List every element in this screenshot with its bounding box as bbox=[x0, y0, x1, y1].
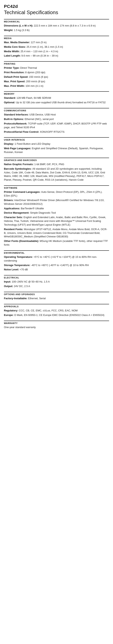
spec-label: Printer Type: bbox=[4, 66, 20, 69]
spec-value: 150 mm/s (6 ips) bbox=[29, 76, 48, 78]
spec-row: Input: 100–240V AC @ 50–60 Hz, 1.5 A bbox=[4, 280, 109, 284]
spec-label: Built-in Options: bbox=[4, 118, 24, 120]
spec-row: Max. Print Width: 104 mm (4.1 in) bbox=[4, 84, 109, 88]
spec-value: InterDriver Windows® Printer Driver (Mic… bbox=[4, 199, 104, 205]
spec-value: Ethernet, Serial bbox=[28, 297, 46, 300]
spec-label: Input: bbox=[4, 280, 12, 283]
spec-label: Noise Level: bbox=[4, 268, 20, 271]
spec-value: Simple Diagnostic Tool bbox=[30, 211, 56, 214]
spec-label: Storage Temperature: bbox=[4, 264, 31, 267]
spec-label: Regulatory: bbox=[4, 309, 19, 312]
section-media: MEDIAMax. Media Diameter: 127 mm (5 in)M… bbox=[4, 36, 109, 58]
spec-label: Media Core Sizes: bbox=[4, 45, 26, 48]
section-options-upgrades: OPTIONS AND UPGRADESFactory-Installable:… bbox=[4, 292, 109, 300]
spec-label: Standard Interfaces: bbox=[4, 113, 29, 116]
spec-label: Resident Fonts: bbox=[4, 228, 24, 231]
spec-value: One-year standard warranty bbox=[4, 326, 36, 329]
spec-row: Character Sets: English and Extended Lat… bbox=[4, 216, 109, 227]
spec-row: Native Graphic Formats: 1-bit BMP, GIF, … bbox=[4, 162, 109, 166]
section-software: SOFTWAREPrinter Command Languages: Auto-… bbox=[4, 185, 109, 247]
spec-row: Printer Type: Direct Thermal bbox=[4, 66, 109, 70]
spec-label: Media Width: bbox=[4, 50, 20, 53]
spec-row: Media Width: 25.4 mm – 110 mm (1 in – 4.… bbox=[4, 50, 109, 54]
spec-value: 127 mm (5 in) bbox=[31, 41, 46, 44]
spec-row: Barcode Symbologies: All standard 1D and… bbox=[4, 167, 109, 182]
section-communications: COMMUNICATIONSStandard Interfaces: USB D… bbox=[4, 108, 109, 134]
section-header-software: SOFTWARE bbox=[4, 185, 109, 189]
spec-row: Operating Temperature: +5°C to +40°C (+4… bbox=[4, 255, 109, 263]
section-graphics-barcodes: GRAPHICS AND BARCODESNative Graphic Form… bbox=[4, 158, 109, 182]
spec-row: Other Fonts (Downloadable): MSung HK Med… bbox=[4, 239, 109, 247]
spec-value: CCC, CB, CE, EMC, cULus, FCC, CRS, EAC, … bbox=[19, 309, 78, 312]
section-electrical: ELECTRICALInput: 100–240V AC @ 50–60 Hz,… bbox=[4, 275, 109, 288]
spec-row: Max. Media Diameter: 127 mm (5 in) bbox=[4, 41, 109, 44]
section-header-user-interface: USER INTERFACE bbox=[4, 137, 109, 141]
section-header-printing: PRINTING bbox=[4, 61, 109, 65]
spec-value: 25.4 mm – 110 mm (1 in – 4.3 in) bbox=[20, 50, 58, 53]
spec-value: 9.6 mm – 99 cm (0.34 in – 39 in) bbox=[22, 54, 58, 57]
section-header-options-upgrades: OPTIONS AND UPGRADES bbox=[4, 292, 109, 296]
spec-value: BarTender® Ultralite bbox=[21, 207, 44, 210]
spec-value: 1.5 kg (3.3 lb) bbox=[14, 29, 30, 32]
spec-label: Applications: bbox=[4, 207, 21, 210]
spec-row: Resident Fonts: Monotype UFST+WTLE, Anda… bbox=[4, 228, 109, 239]
spec-value: 8 dpmm (203 dpi) bbox=[25, 71, 45, 74]
spec-label: Device Management: bbox=[4, 211, 30, 214]
spec-row: One-year standard warranty bbox=[4, 326, 109, 329]
spec-value: 24V DC, 2.5 A bbox=[14, 285, 30, 288]
spec-row: Protocols/Network: TCP/IP-suite (TCP, UD… bbox=[4, 122, 109, 130]
section-memory: MEMORYStandard: 128 MB Flash, 64 MB SDRA… bbox=[4, 91, 109, 104]
spec-label: Other Fonts (Downloadable): bbox=[4, 240, 40, 242]
section-header-warranty: WARRANTY bbox=[4, 321, 109, 324]
spec-label: Label Length: bbox=[4, 54, 22, 57]
spec-row: Standard: 128 MB Flash, 64 MB SDRAM bbox=[4, 96, 109, 100]
spec-value: 100–240V AC @ 50–60 Hz, 1.5 A bbox=[12, 280, 50, 283]
spec-label: Protocols/Network: bbox=[4, 122, 28, 125]
section-header-graphics-barcodes: GRAPHICS AND BARCODES bbox=[4, 158, 109, 162]
spec-row: Print Resolution: 8 dpmm (203 dpi) bbox=[4, 71, 109, 74]
section-header-mechanical: MECHANICAL bbox=[4, 19, 109, 23]
spec-label: Print Resolution: bbox=[4, 71, 25, 74]
spec-row: Display: 1 Feed Button and LED Display bbox=[4, 142, 109, 146]
spec-label: Operating Temperature: bbox=[4, 256, 34, 258]
section-mechanical: MECHANICALDimensions (L x W x H): 222.5 … bbox=[4, 19, 109, 32]
section-header-environmental: ENVIRONMENTAL bbox=[4, 250, 109, 254]
spec-row: Drivers: InterDriver Windows® Printer Dr… bbox=[4, 198, 109, 206]
spec-row: Max. Print Speed: 200 mm/s (8 ips) bbox=[4, 80, 109, 84]
spec-value: 25.4 mm (1 in), 38.1 mm (1.5 in) bbox=[26, 45, 63, 48]
spec-row: Noise Level: <70 dB bbox=[4, 268, 109, 272]
spec-label: Factory-Installable: bbox=[4, 297, 28, 300]
section-header-communications: COMMUNICATIONS bbox=[4, 108, 109, 112]
spec-label: Max. Print Speed: bbox=[4, 80, 26, 83]
spec-row: Protocol/Serial Flow Control: XON/XOFF R… bbox=[4, 130, 109, 134]
spec-value: 200 mm/s (8 ips) bbox=[26, 80, 45, 83]
spec-value: 128 MB Flash, 64 MB SDRAM bbox=[16, 96, 51, 99]
spec-value: Ethernet (NIC), serial port bbox=[24, 118, 54, 120]
spec-value: 1-bit BMP, GIF, PCX, PNG bbox=[34, 163, 64, 166]
spec-label: Protocol/Serial Flow Control: bbox=[4, 130, 40, 133]
spec-value: 104 mm (4.1 in) bbox=[26, 84, 44, 87]
spec-row: Factory-Installable: Ethernet, Serial bbox=[4, 297, 109, 300]
spec-label: Printer Command Languages: bbox=[4, 190, 41, 194]
section-header-media: MEDIA bbox=[4, 36, 109, 40]
section-user-interface: USER INTERFACEDisplay: 1 Feed Button and… bbox=[4, 137, 109, 154]
section-approvals: APPROVALSRegulatory: CCC, CB, CE, EMC, c… bbox=[4, 304, 109, 317]
section-header-electrical: ELECTRICAL bbox=[4, 275, 109, 279]
spec-value: -40°C to +60°C (-40°F to +140°F) @ 10 to… bbox=[31, 264, 89, 267]
spec-label: Drivers: bbox=[4, 199, 14, 202]
spec-value: Direct Thermal bbox=[20, 66, 37, 69]
spec-value: USB Device, USB Host bbox=[29, 113, 56, 116]
spec-row: Media Core Sizes: 25.4 mm (1 in), 38.1 m… bbox=[4, 45, 109, 49]
spec-value: Up to 32 GB (via user-supplied USB thumb… bbox=[16, 101, 106, 104]
spec-label: Web Page Languages: bbox=[4, 147, 32, 150]
section-environmental: ENVIRONMENTALOperating Temperature: +5°C… bbox=[4, 250, 109, 272]
spec-label: Display: bbox=[4, 142, 14, 145]
spec-row: Printer Command Languages: Auto-Sense, D… bbox=[4, 190, 109, 198]
page-title: Technical Specifications bbox=[4, 10, 109, 16]
spec-value: <70 dB bbox=[20, 268, 28, 271]
spec-row: Default Print Speed: 150 mm/s (6 ips) bbox=[4, 75, 109, 79]
spec-row: Weight: 1.5 kg (3.3 lb) bbox=[4, 28, 109, 32]
spec-label: Max. Media Diameter: bbox=[4, 41, 31, 44]
spec-value: 1 Feed Button and LED Display bbox=[14, 142, 50, 145]
spec-label: Output: bbox=[4, 285, 14, 288]
